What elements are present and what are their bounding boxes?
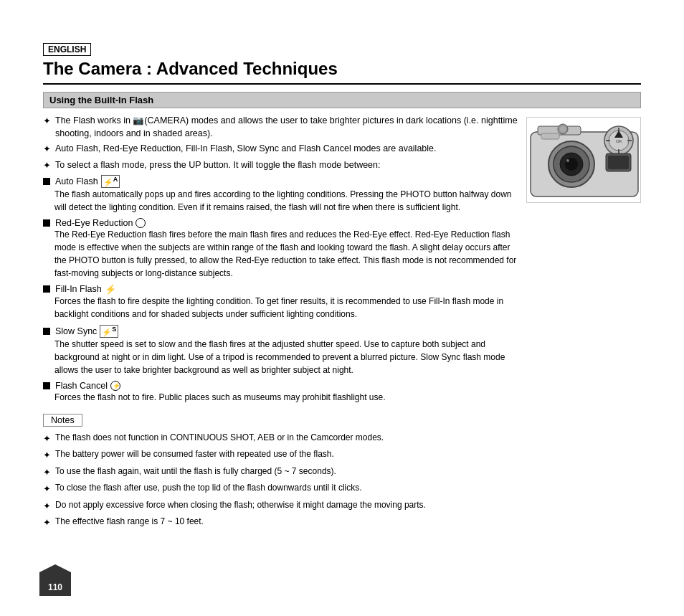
fillin-icon: ⚡ (105, 284, 116, 295)
note-text-5: Do not apply excessive force when closin… (55, 498, 426, 511)
flash-mode-redeye: Red-Eye Reduction The Red-Eye Reduction … (43, 218, 519, 280)
note-bullet-2: ✦ (43, 448, 51, 463)
note-text-3: To use the flash again, wait until the f… (55, 465, 336, 478)
note-bullet-6: ✦ (43, 516, 51, 530)
auto-flash-body: The flash automatically pops up and fire… (54, 188, 519, 214)
redeye-body: The Red-Eye Reduction flash fires before… (54, 228, 519, 280)
redeye-label: Red-Eye Reduction (55, 218, 133, 228)
bullet-symbol-2: ✦ (43, 143, 51, 156)
flashcancel-label: Flash Cancel (55, 381, 108, 391)
flash-mode-redeye-title: Red-Eye Reduction (43, 218, 519, 228)
intro-text-2: Auto Flash, Red-Eye Reduction, Fill-In F… (55, 142, 437, 155)
intro-text-1: The Flash works in 📷(CAMERA) modes and a… (55, 114, 519, 140)
flash-mode-auto: Auto Flash ⚡A The flash automatically po… (43, 175, 519, 214)
svg-point-6 (566, 159, 569, 162)
camera-image: OK (526, 117, 641, 203)
flashcancel-icon (110, 381, 120, 391)
fillin-body: Forces the flash to fire despite the lig… (54, 295, 519, 321)
flash-mode-cancel: Flash Cancel Forces the flash not to fir… (43, 381, 519, 404)
flash-mode-fillin: Fill-In Flash ⚡ Forces the flash to fire… (43, 284, 519, 321)
intro-bullet-3: ✦ To select a flash mode, press the UP b… (43, 158, 519, 173)
page: ENGLISH The Camera : Advanced Techniques… (0, 0, 684, 616)
note-text-2: The battery power will be consumed faste… (55, 447, 334, 460)
note-6: ✦ The effective flash range is 7 ~ 10 fe… (43, 515, 641, 530)
bullet-symbol: ✦ (43, 115, 51, 128)
note-text-1: The flash does not function in CONTINUOU… (55, 431, 384, 444)
slowsync-icon: ⚡S (100, 325, 118, 338)
flashcancel-body: Forces the flash not to fire. Public pla… (54, 391, 519, 404)
slowsync-body: The shutter speed is set to slow and the… (54, 338, 519, 376)
section-header: Using the Built-In Flash (43, 92, 641, 108)
notes-label: Notes (51, 415, 75, 425)
language-badge: ENGLISH (43, 43, 91, 56)
auto-flash-icon: ⚡A (101, 175, 120, 188)
black-square-slowsync (43, 328, 50, 335)
note-1: ✦ The flash does not function in CONTINU… (43, 431, 641, 446)
svg-text:OK: OK (616, 139, 622, 143)
notes-list: ✦ The flash does not function in CONTINU… (43, 431, 641, 530)
note-bullet-5: ✦ (43, 499, 51, 513)
intro-bullet-2: ✦ Auto Flash, Red-Eye Reduction, Fill-In… (43, 142, 519, 156)
flash-mode-fillin-title: Fill-In Flash ⚡ (43, 284, 519, 295)
page-title: The Camera : Advanced Techniques (43, 59, 641, 85)
redeye-icon (136, 218, 146, 228)
slowsync-label: Slow Sync (55, 326, 97, 336)
fillin-label: Fill-In Flash (55, 284, 102, 294)
black-square-fillin (43, 285, 50, 293)
bullet-symbol-3: ✦ (43, 159, 51, 173)
intro-bullet-1: ✦ The Flash works in 📷(CAMERA) modes and… (43, 114, 519, 140)
note-bullet-4: ✦ (43, 482, 51, 496)
page-number-container: 110 (39, 564, 71, 598)
note-bullet-1: ✦ (43, 432, 51, 446)
auto-flash-label: Auto Flash (55, 176, 98, 186)
note-3: ✦ To use the flash again, wait until the… (43, 465, 641, 480)
flash-mode-cancel-title: Flash Cancel (43, 381, 519, 391)
text-content: ✦ The Flash works in 📷(CAMERA) modes and… (43, 114, 519, 408)
svg-rect-15 (608, 156, 629, 169)
notes-box: Notes (43, 414, 82, 427)
note-5: ✦ Do not apply excessive force when clos… (43, 498, 641, 513)
svg-point-19 (560, 126, 566, 132)
black-square-cancel (43, 382, 50, 389)
note-text-6: The effective flash range is 7 ~ 10 feet… (55, 515, 204, 528)
note-4: ✦ To close the flash after use, push the… (43, 481, 641, 496)
note-2: ✦ The battery power will be consumed fas… (43, 447, 641, 463)
black-square-redeye (43, 219, 50, 227)
flash-mode-slowsync-title: Slow Sync ⚡S (43, 325, 519, 338)
note-text-4: To close the flash after use, push the t… (55, 481, 362, 494)
svg-rect-16 (541, 133, 559, 139)
flash-mode-slowsync: Slow Sync ⚡S The shutter speed is set to… (43, 325, 519, 376)
content-area: ✦ The Flash works in 📷(CAMERA) modes and… (43, 114, 641, 408)
black-square-auto (43, 178, 50, 185)
page-number: 110 (48, 582, 62, 592)
flash-mode-auto-title: Auto Flash ⚡A (43, 175, 519, 188)
note-bullet-3: ✦ (43, 465, 51, 480)
intro-text-3: To select a flash mode, press the UP but… (55, 158, 381, 171)
